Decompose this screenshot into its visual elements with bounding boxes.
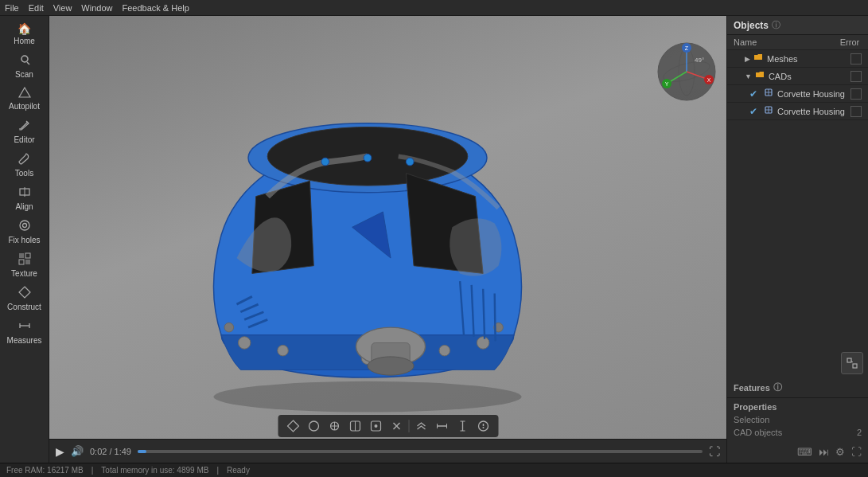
viewport-expand-btn[interactable] — [841, 352, 863, 374]
corvette1-check[interactable]: ✔ — [749, 88, 762, 100]
left-sidebar: 🏠 Home Scan Autopilot Editor Tools — [0, 16, 49, 463]
toolbar-btn-2[interactable] — [305, 417, 322, 435]
expand-timeline-icon[interactable]: ⛶ — [709, 445, 720, 458]
folder-icon — [753, 53, 763, 65]
orientation-gizmo[interactable]: Z X Y 49° — [655, 40, 718, 104]
tree-item-corvette-2[interactable]: ✔ Corvette Housing — [727, 103, 868, 120]
toolbar-btn-9[interactable] — [453, 417, 471, 435]
menu-bar: File Edit View Window Feedback & Help — [0, 0, 868, 16]
fix-holes-icon — [18, 219, 31, 234]
meshes-name: Meshes — [767, 54, 849, 64]
svg-point-22 — [224, 323, 234, 332]
svg-point-54 — [374, 424, 377, 428]
properties-section: Properties Selection CAD objects 2 — [727, 398, 868, 441]
svg-point-6 — [20, 221, 29, 230]
spacer — [727, 182, 868, 349]
svg-point-24 — [439, 345, 450, 356]
panel-btn-settings[interactable]: ⚙ — [834, 444, 847, 459]
sidebar-item-home[interactable]: 🏠 Home — [2, 19, 47, 49]
corvette1-name: Corvette Housing — [777, 89, 849, 99]
menu-edit[interactable]: Edit — [29, 3, 44, 13]
svg-rect-11 — [25, 260, 30, 264]
svg-text:Y: Y — [665, 81, 669, 87]
menu-window[interactable]: Window — [81, 3, 112, 13]
features-label: Features — [734, 383, 770, 393]
features-info-icon[interactable]: ⓘ — [773, 381, 782, 393]
sidebar-item-measures[interactable]: Measures — [2, 316, 47, 348]
svg-line-1 — [27, 62, 29, 65]
sidebar-item-fix-holes[interactable]: Fix holes — [2, 216, 47, 248]
texture-icon — [18, 252, 31, 268]
cads-arrow[interactable]: ▼ — [745, 72, 752, 80]
svg-text:49°: 49° — [695, 57, 704, 64]
expand-icon — [846, 357, 858, 369]
sidebar-item-construct[interactable]: Construct — [2, 283, 47, 315]
toolbar-btn-10[interactable] — [474, 417, 492, 435]
menu-file[interactable]: File — [5, 3, 19, 13]
objects-section: Objects ⓘ Name Error ▶ Meshes — [727, 16, 868, 182]
corvette1-error-box — [850, 88, 862, 100]
sidebar-item-scan[interactable]: Scan — [2, 50, 47, 82]
svg-point-23 — [477, 337, 488, 349]
svg-point-0 — [21, 56, 28, 62]
sidebar-item-tools[interactable]: Tools — [2, 149, 47, 181]
sidebar-label-tools: Tools — [15, 169, 33, 178]
toolbar-btn-5[interactable] — [367, 417, 384, 435]
svg-rect-10 — [19, 260, 24, 264]
toolbar-btn-6[interactable] — [387, 417, 405, 435]
toolbar-btn-4[interactable] — [346, 417, 364, 435]
menu-feedback[interactable]: Feedback & Help — [122, 3, 189, 13]
sidebar-item-align[interactable]: Align — [2, 182, 47, 214]
sidebar-label-editor: Editor — [14, 135, 34, 144]
toolbar-btn-1[interactable] — [284, 417, 302, 435]
sidebar-label-texture: Texture — [11, 269, 37, 278]
features-title: Features ⓘ — [734, 381, 862, 393]
panel-btn-forward[interactable]: ⏭ — [817, 444, 831, 459]
tools-icon — [18, 152, 31, 167]
progress-bar[interactable] — [138, 450, 703, 453]
objects-header: Objects ⓘ — [727, 16, 868, 35]
sidebar-item-texture[interactable]: Texture — [2, 249, 47, 281]
panel-btn-fullscreen[interactable]: ⛶ — [850, 444, 863, 459]
tree-item-meshes[interactable]: ▶ Meshes — [727, 50, 868, 68]
toolbar-btn-8[interactable] — [433, 417, 450, 435]
corvette2-cad-icon — [764, 105, 773, 117]
svg-point-7 — [22, 224, 26, 228]
properties-title: Properties — [734, 402, 862, 412]
cads-name: CADs — [769, 72, 849, 81]
sidebar-label-autopilot: Autopilot — [9, 102, 40, 111]
svg-point-32 — [406, 158, 414, 166]
panel-bottom-buttons: ⌨ ⏭ ⚙ ⛶ — [727, 441, 868, 463]
svg-rect-9 — [25, 253, 30, 258]
corvette2-error-box — [850, 106, 862, 117]
corvette2-check[interactable]: ✔ — [749, 106, 762, 117]
toolbar-btn-separator — [408, 420, 409, 432]
sidebar-label-fix-holes: Fix holes — [8, 236, 40, 244]
svg-point-16 — [213, 381, 521, 412]
panel-btn-keyboard[interactable]: ⌨ — [796, 444, 814, 459]
play-button[interactable]: ▶ — [56, 445, 64, 458]
features-section: Features ⓘ — [727, 377, 868, 398]
panel-vp-btn-area — [727, 349, 868, 377]
sidebar-label-align: Align — [15, 202, 33, 211]
corvette2-name: Corvette Housing — [777, 107, 849, 116]
objects-info-icon[interactable]: ⓘ — [772, 19, 780, 31]
sidebar-item-editor[interactable]: Editor — [2, 115, 47, 147]
sidebar-item-autopilot[interactable]: Autopilot — [2, 84, 47, 114]
svg-rect-8 — [19, 253, 24, 258]
menu-view[interactable]: View — [53, 3, 72, 13]
toolbar-btn-3[interactable] — [325, 417, 343, 435]
3d-object — [129, 40, 606, 430]
volume-icon[interactable]: 🔊 — [71, 445, 84, 457]
home-icon: 🏠 — [18, 22, 31, 35]
sidebar-label-home: Home — [14, 37, 35, 45]
tree-item-corvette-1[interactable]: ✔ Corvette Housing — [727, 85, 868, 103]
viewport[interactable]: Z X Y 49° — [49, 16, 726, 463]
svg-rect-72 — [847, 358, 851, 362]
toolbar-btn-7[interactable] — [412, 417, 430, 435]
meshes-arrow[interactable]: ▶ — [745, 55, 750, 63]
svg-point-31 — [364, 154, 372, 162]
svg-rect-73 — [853, 364, 857, 368]
svg-point-47 — [309, 421, 318, 431]
tree-item-cads[interactable]: ▼ CADs — [727, 68, 868, 85]
